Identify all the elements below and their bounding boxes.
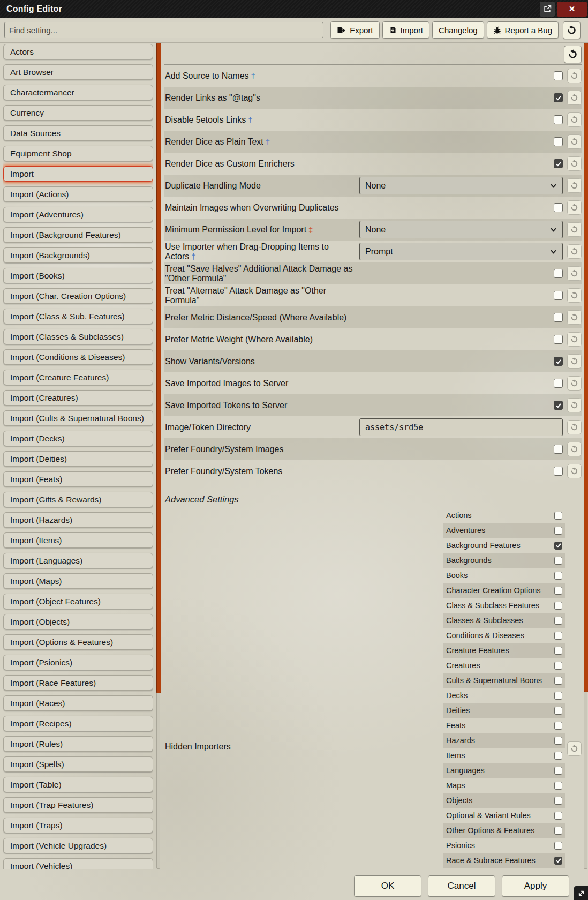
render-links-as-tag-s-reset-button[interactable] [567, 91, 582, 105]
import-button[interactable]: Import [382, 21, 430, 39]
prefer-metric-weight-where-available-checkbox[interactable] [554, 335, 563, 344]
feats-checkbox[interactable] [554, 722, 562, 730]
render-dice-as-plain-text-reset-button[interactable] [567, 134, 582, 149]
sidebar-item-import-conditions-diseases[interactable]: Import (Conditions & Diseases) [3, 349, 153, 365]
use-importer-when-drag-dropping-items-to-actors-reset-button[interactable] [567, 244, 582, 259]
sidebar-item-charactermancer[interactable]: Charactermancer [3, 85, 153, 100]
close-button[interactable]: ✕ [557, 2, 587, 17]
prefer-metric-distance-speed-where-available-checkbox[interactable] [554, 313, 563, 322]
toolbar-reset-button[interactable] [563, 21, 581, 39]
sidebar-item-import-cults-supernatural-boons[interactable]: Import (Cults & Supernatural Boons) [3, 410, 153, 426]
sidebar-item-import-creatures[interactable]: Import (Creatures) [3, 390, 153, 406]
languages-checkbox[interactable] [554, 767, 562, 775]
other-options-features-checkbox[interactable] [554, 827, 562, 835]
disable-5etools-links-reset-button[interactable] [567, 112, 582, 127]
render-dice-as-plain-text-checkbox[interactable] [554, 137, 563, 146]
maps-checkbox[interactable] [554, 782, 562, 790]
render-dice-as-custom-enrichers-checkbox[interactable] [554, 159, 563, 168]
items-checkbox[interactable] [554, 752, 562, 760]
sidebar-item-import-adventures[interactable]: Import (Adventures) [3, 207, 153, 222]
adventures-checkbox[interactable] [554, 527, 562, 535]
render-links-as-tag-s-checkbox[interactable] [554, 93, 563, 102]
race-subrace-features-checkbox[interactable] [554, 857, 562, 865]
sidebar-item-import-table[interactable]: Import (Table) [3, 777, 153, 792]
deities-checkbox[interactable] [554, 707, 562, 715]
sidebar-item-import-races[interactable]: Import (Races) [3, 695, 153, 711]
show-variants-versions-reset-button[interactable] [567, 354, 582, 369]
prefer-metric-distance-speed-where-available-reset-button[interactable] [567, 310, 582, 325]
optional-variant-rules-checkbox[interactable] [554, 812, 562, 820]
actions-checkbox[interactable] [554, 512, 562, 520]
save-imported-tokens-to-server-reset-button[interactable] [567, 398, 582, 412]
sidebar-item-import-traps[interactable]: Import (Traps) [3, 818, 153, 833]
sidebar-item-import-background-features[interactable]: Import (Background Features) [3, 227, 153, 243]
disable-5etools-links-checkbox[interactable] [554, 115, 563, 124]
sidebar-item-import-vehicle-upgrades[interactable]: Import (Vehicle Upgrades) [3, 838, 153, 853]
save-imported-images-to-server-checkbox[interactable] [554, 379, 563, 388]
sidebar-item-import-psionics[interactable]: Import (Psionics) [3, 655, 153, 670]
popout-button[interactable] [540, 2, 555, 17]
sidebar-item-currency[interactable]: Currency [3, 105, 153, 121]
sidebar-item-import-char-creation-options[interactable]: Import (Char. Creation Options) [3, 288, 153, 304]
prefer-foundry-system-images-reset-button[interactable] [567, 442, 582, 456]
duplicate-handling-mode-select[interactable]: None [359, 177, 563, 194]
character-creation-options-checkbox[interactable] [554, 587, 562, 595]
sidebar-item-import-creature-features[interactable]: Import (Creature Features) [3, 370, 153, 385]
prefer-foundry-system-tokens-checkbox[interactable] [554, 467, 563, 476]
sidebar-item-import-decks[interactable]: Import (Decks) [3, 431, 153, 446]
sidebar-item-import-rules[interactable]: Import (Rules) [3, 736, 153, 752]
sidebar-item-import-race-features[interactable]: Import (Race Features) [3, 675, 153, 691]
sidebar-item-import-books[interactable]: Import (Books) [3, 268, 153, 283]
add-source-to-names-checkbox[interactable] [554, 71, 563, 80]
sidebar-item-import[interactable]: Import [3, 166, 153, 182]
sidebar-item-equipment-shop[interactable]: Equipment Shop [3, 146, 153, 161]
ok-button[interactable]: OK [354, 875, 421, 897]
sidebar-item-import-objects[interactable]: Import (Objects) [3, 614, 153, 629]
sidebar-item-import-actions[interactable]: Import (Actions) [3, 186, 153, 202]
sidebar-item-import-languages[interactable]: Import (Languages) [3, 553, 153, 568]
sidebar-item-import-items[interactable]: Import (Items) [3, 532, 153, 548]
use-importer-when-drag-dropping-items-to-actors-select[interactable]: Prompt [359, 243, 563, 260]
minimum-permission-level-for-import-reset-button[interactable] [567, 222, 582, 237]
sidebar-item-data-sources[interactable]: Data Sources [3, 125, 153, 141]
treat-save-halves-additional-attack-damage-as-other-formula-reset-button[interactable] [567, 266, 582, 281]
conditions-diseases-checkbox[interactable] [554, 632, 562, 640]
treat-save-halves-additional-attack-damage-as-other-formula-checkbox[interactable] [554, 269, 563, 278]
main-scrollbar[interactable] [584, 43, 587, 869]
sidebar-item-import-recipes[interactable]: Import (Recipes) [3, 716, 153, 731]
maintain-images-when-overwriting-duplicates-checkbox[interactable] [554, 203, 563, 212]
export-button[interactable]: Export [330, 21, 379, 39]
changelog-button[interactable]: Changelog [432, 21, 484, 39]
sidebar-scrollbar[interactable] [156, 43, 160, 869]
sidebar-item-import-vehicles[interactable]: Import (Vehicles) [3, 858, 153, 869]
duplicate-handling-mode-reset-button[interactable] [567, 178, 582, 193]
sidebar-item-import-backgrounds[interactable]: Import (Backgrounds) [3, 248, 153, 263]
main-scrollbar-thumb[interactable] [584, 43, 588, 692]
search-input[interactable] [4, 22, 323, 38]
creature-features-checkbox[interactable] [554, 647, 562, 655]
add-source-to-names-reset-button[interactable] [567, 69, 582, 83]
background-features-checkbox[interactable] [554, 542, 562, 550]
prefer-foundry-system-images-checkbox[interactable] [554, 445, 563, 454]
decks-checkbox[interactable] [554, 692, 562, 700]
sidebar-item-import-options-features[interactable]: Import (Options & Features) [3, 634, 153, 650]
cults-supernatural-boons-checkbox[interactable] [554, 677, 562, 685]
sidebar-item-import-object-features[interactable]: Import (Object Features) [3, 594, 153, 609]
report-a-bug-button[interactable]: Report a Bug [487, 21, 559, 39]
resize-handle[interactable] [574, 886, 588, 900]
classes-subclasses-checkbox[interactable] [554, 617, 562, 625]
psionics-checkbox[interactable] [554, 842, 562, 850]
render-dice-as-custom-enrichers-reset-button[interactable] [567, 156, 582, 171]
sidebar-item-import-class-sub-features[interactable]: Import (Class & Sub. Features) [3, 309, 153, 324]
show-variants-versions-checkbox[interactable] [554, 357, 563, 366]
prefer-foundry-system-tokens-reset-button[interactable] [567, 464, 582, 478]
prefer-metric-weight-where-available-reset-button[interactable] [567, 332, 582, 347]
sidebar-scrollbar-thumb[interactable] [156, 43, 161, 693]
books-checkbox[interactable] [554, 572, 562, 580]
sidebar-item-import-gifts-rewards[interactable]: Import (Gifts & Rewards) [3, 492, 153, 507]
cancel-button[interactable]: Cancel [428, 875, 495, 897]
save-imported-images-to-server-reset-button[interactable] [567, 376, 582, 391]
apply-button[interactable]: Apply [502, 875, 569, 897]
backgrounds-checkbox[interactable] [554, 557, 562, 565]
sidebar-item-import-maps[interactable]: Import (Maps) [3, 573, 153, 589]
